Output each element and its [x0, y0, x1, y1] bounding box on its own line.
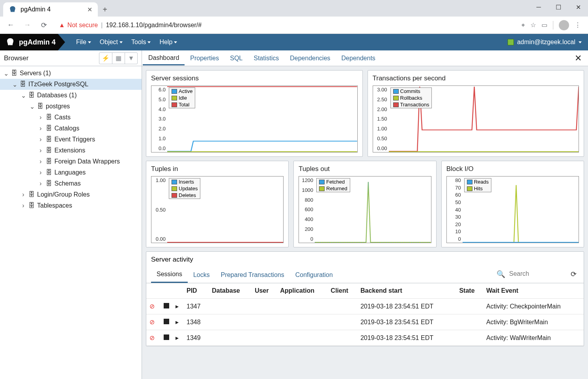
expand-icon[interactable]: ▸: [175, 319, 179, 325]
profile-icon[interactable]: [559, 20, 569, 30]
tree-toggle-icon[interactable]: ›: [21, 191, 26, 198]
tree-node[interactable]: ›🗄Login/Group Roles: [0, 189, 142, 200]
tab-properties[interactable]: Properties: [185, 51, 224, 65]
star-icon[interactable]: ☆: [530, 21, 536, 29]
panel-title: Transactions per second: [373, 74, 579, 82]
app-brand[interactable]: pgAdmin 4: [0, 34, 65, 50]
user-menu[interactable]: admin@itzgeek.local: [508, 39, 588, 46]
tree-toggle-icon[interactable]: ›: [38, 147, 43, 154]
tree-toggle-icon[interactable]: ›: [38, 125, 43, 132]
tab-dependencies[interactable]: Dependencies: [284, 51, 336, 65]
menu-object[interactable]: Object: [100, 39, 123, 46]
back-button[interactable]: ←: [4, 19, 17, 32]
browser-tab[interactable]: pgAdmin 4 ✕: [3, 2, 98, 17]
window-maximize-button[interactable]: ☐: [549, 0, 568, 14]
tree-toggle-icon[interactable]: ›: [38, 114, 43, 121]
table-row[interactable]: ⊘▸13482019-03-18 23:54:51 EDTActivity: B…: [146, 314, 584, 330]
forward-button[interactable]: →: [21, 19, 34, 32]
column-header[interactable]: Application: [277, 283, 327, 299]
search-input[interactable]: [509, 269, 564, 279]
url-divider: |: [101, 22, 103, 29]
tree-label: Languages: [54, 169, 86, 176]
cancel-icon[interactable]: ⊘: [149, 334, 155, 341]
tree-toggle-icon[interactable]: ⌄: [21, 92, 26, 99]
tree-node[interactable]: ›🗄Catalogs: [0, 123, 142, 134]
address-bar: ← → ⟳ ▲ Not secure | 192.168.1.10/pgadmi…: [0, 17, 588, 34]
table-row[interactable]: ⊘▸13472019-03-18 23:54:51 EDTActivity: C…: [146, 299, 584, 314]
tree-node[interactable]: ›🗄Casts: [0, 112, 142, 123]
tab-sql[interactable]: SQL: [224, 51, 248, 65]
not-secure-label: Not secure: [67, 22, 98, 29]
stop-icon[interactable]: [164, 303, 169, 308]
app-header: pgAdmin 4 FileObjectToolsHelp admin@itzg…: [0, 34, 588, 50]
key-icon[interactable]: ⌖: [521, 22, 525, 29]
tree-toggle-icon[interactable]: ⌄: [29, 103, 35, 110]
tree-toggle-icon[interactable]: ⌄: [12, 81, 17, 88]
panel-title: Server sessions: [151, 74, 358, 82]
tree-node[interactable]: ⌄🗄postgres: [0, 101, 142, 112]
tree-label: Foreign Data Wrappers: [54, 158, 120, 165]
tree-toggle-icon[interactable]: ›: [38, 158, 43, 165]
tree-node[interactable]: ›🗄Languages: [0, 167, 142, 178]
menu-tools[interactable]: Tools: [131, 39, 151, 46]
view-data-button[interactable]: ▦: [112, 53, 125, 64]
languages-icon: 🗄: [45, 169, 53, 176]
cancel-icon[interactable]: ⊘: [149, 319, 155, 325]
tree-toggle-icon[interactable]: ›: [38, 136, 43, 143]
tab-dashboard[interactable]: Dashboard: [143, 51, 185, 65]
cast-icon[interactable]: ▭: [541, 21, 547, 29]
tree-node[interactable]: ›🗄Extensions: [0, 145, 142, 156]
expand-icon[interactable]: ▸: [175, 334, 179, 341]
tab-statistics[interactable]: Statistics: [248, 51, 284, 65]
tree-toggle-icon[interactable]: ›: [21, 202, 26, 209]
close-tab-icon[interactable]: ✕: [569, 53, 587, 63]
reload-button[interactable]: ⟳: [37, 19, 50, 32]
tree-node[interactable]: ›🗄Event Triggers: [0, 134, 142, 145]
tree-label: postgres: [46, 103, 70, 110]
column-header[interactable]: User: [252, 283, 277, 299]
activity-tab-configuration[interactable]: Configuration: [290, 268, 338, 282]
tree-node[interactable]: ⌄🗄Databases (1): [0, 90, 142, 101]
table-row[interactable]: ⊘▸13492019-03-18 23:54:51 EDTActivity: W…: [146, 330, 584, 346]
tree-node[interactable]: ›🗄Foreign Data Wrappers: [0, 156, 142, 167]
filter-button[interactable]: ▼: [125, 53, 137, 64]
tree-label: Tablespaces: [37, 202, 72, 209]
column-header[interactable]: Backend start: [357, 283, 456, 299]
tree-node[interactable]: ⌄🗄ITzGeek PostgreSQL: [0, 79, 142, 90]
activity-tab-locks[interactable]: Locks: [188, 268, 215, 282]
tab-close-icon[interactable]: ✕: [87, 6, 92, 13]
tree-toggle-icon[interactable]: ›: [38, 169, 43, 176]
tree-label: Casts: [54, 114, 71, 121]
activity-tab-sessions[interactable]: Sessions: [151, 267, 188, 283]
tab-dependents[interactable]: Dependents: [336, 51, 381, 65]
window-minimize-button[interactable]: ─: [529, 0, 549, 14]
tree-node[interactable]: ⌄🗄Servers (1): [0, 68, 142, 79]
menu-file[interactable]: File: [76, 39, 91, 46]
expand-icon[interactable]: ▸: [175, 303, 179, 310]
url-field[interactable]: ▲ Not secure | 192.168.1.10/pgadmin4/bro…: [54, 19, 518, 32]
refresh-icon[interactable]: ⟳: [568, 270, 579, 279]
cancel-icon[interactable]: ⊘: [149, 303, 155, 310]
column-header[interactable]: State: [456, 283, 483, 299]
window-close-button[interactable]: ✕: [568, 0, 588, 14]
tree-node[interactable]: ›🗄Schemas: [0, 178, 142, 189]
tree-node[interactable]: ›🗄Tablespaces: [0, 200, 142, 211]
tab-title: pgAdmin 4: [21, 6, 51, 13]
column-header[interactable]: PID: [183, 283, 209, 299]
url-text: 192.168.1.10/pgadmin4/browser/#: [106, 22, 202, 29]
column-header[interactable]: Database: [209, 283, 252, 299]
column-header[interactable]: Wait Event: [483, 283, 584, 299]
stop-icon[interactable]: [164, 334, 169, 340]
tps-panel: Transactions per second 3.002.502.001.50…: [368, 70, 584, 157]
panel-title: Tuples out: [299, 165, 431, 173]
tree-toggle-icon[interactable]: ›: [38, 180, 43, 187]
activity-tab-prepared-transactions[interactable]: Prepared Transactions: [215, 268, 290, 282]
tree-toggle-icon[interactable]: ⌄: [3, 70, 9, 77]
extensions-icon: 🗄: [45, 147, 53, 154]
menu-help[interactable]: Help: [159, 39, 177, 46]
stop-icon[interactable]: [164, 319, 169, 324]
query-tool-button[interactable]: ⚡: [99, 53, 112, 64]
column-header[interactable]: Client: [328, 283, 357, 299]
new-tab-button[interactable]: +: [98, 2, 112, 17]
chrome-menu-icon[interactable]: ⋮: [575, 21, 581, 29]
